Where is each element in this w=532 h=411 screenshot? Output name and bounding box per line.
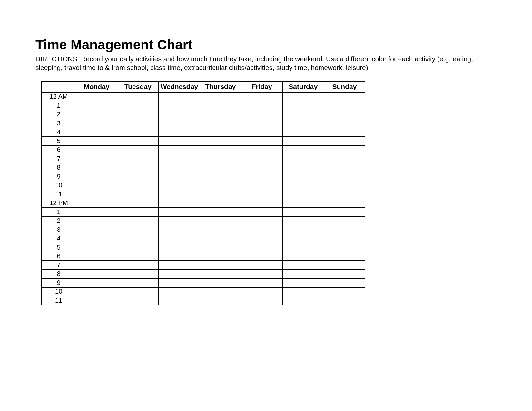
activity-cell[interactable] [282, 190, 324, 199]
activity-cell[interactable] [324, 163, 365, 172]
activity-cell[interactable] [241, 119, 282, 128]
activity-cell[interactable] [282, 199, 324, 208]
activity-cell[interactable] [324, 216, 365, 225]
activity-cell[interactable] [324, 287, 365, 296]
activity-cell[interactable] [76, 137, 117, 146]
activity-cell[interactable] [159, 199, 200, 208]
activity-cell[interactable] [76, 172, 117, 181]
activity-cell[interactable] [282, 145, 324, 154]
activity-cell[interactable] [117, 110, 159, 119]
activity-cell[interactable] [241, 296, 282, 305]
activity-cell[interactable] [159, 163, 200, 172]
activity-cell[interactable] [76, 208, 117, 217]
activity-cell[interactable] [76, 296, 117, 305]
activity-cell[interactable] [117, 216, 159, 225]
activity-cell[interactable] [241, 128, 282, 137]
activity-cell[interactable] [159, 154, 200, 163]
activity-cell[interactable] [324, 110, 365, 119]
activity-cell[interactable] [241, 172, 282, 181]
activity-cell[interactable] [200, 154, 241, 163]
activity-cell[interactable] [200, 101, 241, 110]
activity-cell[interactable] [324, 92, 365, 101]
activity-cell[interactable] [159, 101, 200, 110]
activity-cell[interactable] [241, 208, 282, 217]
activity-cell[interactable] [282, 92, 324, 101]
activity-cell[interactable] [200, 199, 241, 208]
activity-cell[interactable] [282, 208, 324, 217]
activity-cell[interactable] [282, 181, 324, 190]
activity-cell[interactable] [76, 269, 117, 279]
activity-cell[interactable] [159, 234, 200, 243]
activity-cell[interactable] [200, 137, 241, 146]
activity-cell[interactable] [200, 234, 241, 243]
activity-cell[interactable] [241, 243, 282, 252]
activity-cell[interactable] [282, 296, 324, 305]
activity-cell[interactable] [200, 225, 241, 234]
activity-cell[interactable] [324, 172, 365, 181]
activity-cell[interactable] [282, 243, 324, 252]
activity-cell[interactable] [117, 101, 159, 110]
activity-cell[interactable] [159, 269, 200, 279]
activity-cell[interactable] [200, 119, 241, 128]
activity-cell[interactable] [159, 145, 200, 154]
activity-cell[interactable] [324, 199, 365, 208]
activity-cell[interactable] [282, 110, 324, 119]
activity-cell[interactable] [282, 279, 324, 288]
activity-cell[interactable] [241, 279, 282, 288]
activity-cell[interactable] [117, 287, 159, 296]
activity-cell[interactable] [241, 199, 282, 208]
activity-cell[interactable] [76, 225, 117, 234]
activity-cell[interactable] [241, 101, 282, 110]
activity-cell[interactable] [324, 234, 365, 243]
activity-cell[interactable] [117, 119, 159, 128]
activity-cell[interactable] [241, 137, 282, 146]
activity-cell[interactable] [76, 261, 117, 270]
activity-cell[interactable] [117, 279, 159, 288]
activity-cell[interactable] [159, 216, 200, 225]
activity-cell[interactable] [282, 172, 324, 181]
activity-cell[interactable] [241, 216, 282, 225]
activity-cell[interactable] [76, 199, 117, 208]
activity-cell[interactable] [324, 279, 365, 288]
activity-cell[interactable] [117, 163, 159, 172]
activity-cell[interactable] [200, 269, 241, 279]
activity-cell[interactable] [282, 101, 324, 110]
activity-cell[interactable] [117, 128, 159, 137]
activity-cell[interactable] [200, 216, 241, 225]
activity-cell[interactable] [324, 190, 365, 199]
activity-cell[interactable] [324, 269, 365, 279]
activity-cell[interactable] [159, 261, 200, 270]
activity-cell[interactable] [241, 154, 282, 163]
activity-cell[interactable] [282, 137, 324, 146]
activity-cell[interactable] [200, 110, 241, 119]
activity-cell[interactable] [159, 296, 200, 305]
activity-cell[interactable] [200, 279, 241, 288]
activity-cell[interactable] [324, 296, 365, 305]
activity-cell[interactable] [117, 243, 159, 252]
activity-cell[interactable] [117, 190, 159, 199]
activity-cell[interactable] [282, 252, 324, 261]
activity-cell[interactable] [117, 234, 159, 243]
activity-cell[interactable] [117, 208, 159, 217]
activity-cell[interactable] [117, 252, 159, 261]
activity-cell[interactable] [117, 92, 159, 101]
activity-cell[interactable] [241, 252, 282, 261]
activity-cell[interactable] [324, 154, 365, 163]
activity-cell[interactable] [159, 252, 200, 261]
activity-cell[interactable] [324, 101, 365, 110]
activity-cell[interactable] [76, 92, 117, 101]
activity-cell[interactable] [324, 261, 365, 270]
activity-cell[interactable] [159, 225, 200, 234]
activity-cell[interactable] [241, 225, 282, 234]
activity-cell[interactable] [241, 287, 282, 296]
activity-cell[interactable] [159, 137, 200, 146]
activity-cell[interactable] [76, 110, 117, 119]
activity-cell[interactable] [282, 154, 324, 163]
activity-cell[interactable] [282, 225, 324, 234]
activity-cell[interactable] [241, 92, 282, 101]
activity-cell[interactable] [76, 154, 117, 163]
activity-cell[interactable] [159, 128, 200, 137]
activity-cell[interactable] [200, 190, 241, 199]
activity-cell[interactable] [76, 243, 117, 252]
activity-cell[interactable] [324, 137, 365, 146]
